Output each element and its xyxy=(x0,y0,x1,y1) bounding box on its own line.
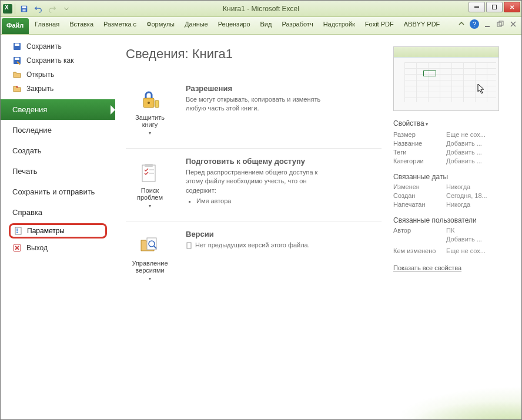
prepare-item: Имя автора xyxy=(196,197,321,204)
tab-developer[interactable]: Разработч xyxy=(277,17,318,34)
qat-undo-button[interactable] xyxy=(32,2,45,15)
prop-changedby-label: Кем изменено xyxy=(393,247,446,254)
properties-dropdown[interactable]: Свойства xyxy=(393,119,511,127)
prop-title-value[interactable]: Добавить ... xyxy=(446,140,482,147)
prop-categories-label: Категории xyxy=(393,157,446,164)
close-folder-icon xyxy=(12,84,22,93)
versions-heading: Версии xyxy=(186,230,310,238)
ribbon-minimize-icon[interactable] xyxy=(457,19,466,29)
properties-panel: Свойства РазмерЕще не сох... НазваниеДоб… xyxy=(393,46,511,408)
manage-versions-button[interactable]: Управление версиями▾ xyxy=(126,230,174,285)
sidebar-label: Закрыть xyxy=(26,85,53,93)
svg-rect-25 xyxy=(187,243,191,248)
tab-abbyy[interactable]: ABBYY PDF xyxy=(399,17,446,34)
section-permissions: Защитить книгу▾ Разрешения Все могут отк… xyxy=(126,76,382,149)
protect-workbook-button[interactable]: Защитить книгу▾ xyxy=(126,84,174,140)
prop-size-label: Размер xyxy=(393,131,446,138)
tab-view[interactable]: Вид xyxy=(256,17,277,34)
prop-tags-value[interactable]: Добавить ... xyxy=(446,149,482,156)
prop-modified-label: Изменен xyxy=(393,183,446,190)
prop-author-add[interactable]: Добавить ... xyxy=(446,236,482,243)
minimize-button[interactable] xyxy=(469,2,485,12)
sidebar-label: Выход xyxy=(26,244,48,252)
svg-rect-13 xyxy=(16,232,18,233)
prop-categories-value[interactable]: Добавить ... xyxy=(446,157,482,164)
prop-printed-value: Никогда xyxy=(446,201,470,208)
tab-file[interactable]: Файл xyxy=(2,18,29,34)
section-prepare: Поиск проблем▾ Подготовить к общему дост… xyxy=(126,149,382,221)
doc-minimize-icon[interactable] xyxy=(483,19,492,29)
qat-customize-button[interactable] xyxy=(60,2,73,15)
tab-insert[interactable]: Вставка xyxy=(65,17,99,34)
tab-home[interactable]: Главная xyxy=(30,17,65,34)
check-issues-button[interactable]: Поиск проблем▾ xyxy=(126,157,174,213)
sidebar-close[interactable]: Закрыть xyxy=(1,82,115,96)
doc-close-icon[interactable] xyxy=(508,19,518,29)
doc-restore-icon[interactable] xyxy=(496,19,505,29)
svg-point-16 xyxy=(148,102,150,104)
sidebar-label: Параметры xyxy=(27,227,65,235)
svg-rect-2 xyxy=(22,9,25,11)
help-icon[interactable]: ? xyxy=(470,19,479,29)
sidebar-recent[interactable]: Последние xyxy=(1,120,115,140)
tab-formulas[interactable]: Формулы xyxy=(142,17,180,34)
permissions-body: Все могут открывать, копировать и изменя… xyxy=(186,95,321,113)
maximize-button[interactable] xyxy=(486,2,503,12)
sidebar-info[interactable]: Сведения xyxy=(1,99,115,120)
save-icon xyxy=(12,42,22,51)
sidebar-save[interactable]: Сохранить xyxy=(1,39,115,53)
sidebar-label: Сохранить xyxy=(26,42,62,51)
exit-icon xyxy=(12,243,22,253)
tab-foxit[interactable]: Foxit PDF xyxy=(360,17,399,34)
prepare-heading: Подготовить к общему доступу xyxy=(186,157,321,166)
close-button[interactable]: ✕ xyxy=(504,2,520,12)
open-icon xyxy=(12,70,22,79)
prop-created-label: Создан xyxy=(393,192,446,199)
sidebar-share[interactable]: Сохранить и отправить xyxy=(1,182,115,202)
related-dates-heading: Связанные даты xyxy=(393,173,511,181)
tab-addins[interactable]: Надстройк xyxy=(319,17,360,34)
show-all-properties-link[interactable]: Показать все свойства xyxy=(393,264,461,271)
prop-created-value: Сегодня, 18... xyxy=(446,192,487,199)
options-icon xyxy=(14,226,24,236)
svg-rect-17 xyxy=(155,100,159,107)
sidebar-print[interactable]: Печать xyxy=(1,161,115,182)
sidebar-help[interactable]: Справка xyxy=(1,202,115,223)
section-versions: Управление версиями▾ Версии Нет предыдущ… xyxy=(126,221,382,294)
versions-icon xyxy=(138,234,162,257)
svg-rect-12 xyxy=(16,230,18,231)
sidebar-open[interactable]: Открыть xyxy=(1,68,115,82)
tab-review[interactable]: Рецензиро xyxy=(213,17,256,34)
permissions-heading: Разрешения xyxy=(186,84,321,93)
prop-author-value: ПК xyxy=(446,227,454,234)
backstage-sidebar: Сохранить Сохранить как Открыть Закрыть … xyxy=(1,35,115,419)
svg-rect-19 xyxy=(145,164,153,167)
svg-rect-1 xyxy=(22,6,26,8)
tab-data[interactable]: Данные xyxy=(180,17,213,34)
sidebar-label: Сохранить как xyxy=(26,56,73,65)
qat-save-button[interactable] xyxy=(18,2,31,15)
prop-changedby-value: Еще не сох... xyxy=(446,247,486,254)
lock-icon xyxy=(138,88,162,112)
sidebar-label: Открыть xyxy=(26,70,54,79)
prop-modified-value: Никогда xyxy=(446,183,470,190)
sidebar-exit[interactable]: Выход xyxy=(1,241,115,255)
ribbon-tabs: Файл Главная Вставка Разметка с Формулы … xyxy=(1,17,521,35)
document-thumbnail[interactable] xyxy=(393,46,499,111)
svg-rect-11 xyxy=(16,229,18,230)
sidebar-save-as[interactable]: Сохранить как xyxy=(1,53,115,68)
qat-redo-button[interactable] xyxy=(46,2,59,15)
svg-rect-3 xyxy=(485,26,490,27)
document-icon xyxy=(186,242,193,249)
tab-layout[interactable]: Разметка с xyxy=(99,17,142,34)
svg-rect-9 xyxy=(15,58,19,60)
prepare-body: Перед распространением общего доступа к … xyxy=(186,168,321,195)
versions-body: Нет предыдущих версий этого файла. xyxy=(186,241,310,250)
checklist-icon xyxy=(138,161,162,184)
page-title: Сведения: Книга1 xyxy=(126,46,382,62)
prop-author-label: Автор xyxy=(393,227,446,234)
prop-title-label: Название xyxy=(393,140,446,147)
sidebar-options[interactable]: Параметры xyxy=(9,223,107,238)
window-title: Книга1 - Microsoft Excel xyxy=(1,5,521,13)
sidebar-new[interactable]: Создать xyxy=(1,140,115,161)
